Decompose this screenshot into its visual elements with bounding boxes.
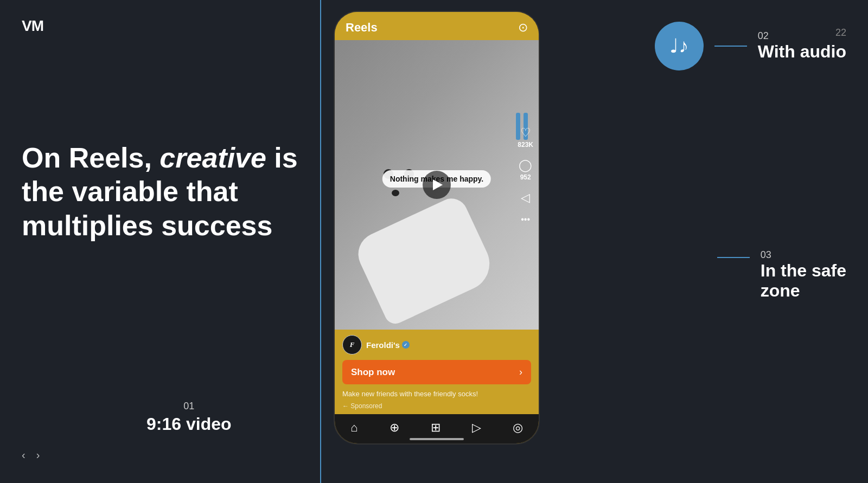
phone-mockup: Reels ⊙ (334, 11, 551, 455)
send-icon: ◁ (521, 191, 530, 205)
annotation-03-number: 03 (761, 249, 846, 261)
reels-header: Reels ⊙ (335, 12, 539, 40)
annotation-03-label: In the safe zone (761, 261, 846, 301)
yellow-bottom: F Feroldi's ✓ Shop now › Make new friend… (335, 330, 539, 414)
author-avatar: F (342, 335, 362, 355)
next-arrow[interactable]: › (36, 449, 40, 461)
comment-button[interactable]: ◯ 952 (519, 158, 532, 181)
prev-arrow[interactable]: ‹ (22, 449, 25, 461)
home-nav-icon[interactable]: ⌂ (350, 421, 358, 435)
play-button[interactable] (423, 171, 451, 199)
shop-now-button[interactable]: Shop now › (342, 360, 531, 384)
like-button[interactable]: ♡ 823K (518, 126, 533, 149)
nav-arrows: ‹ › (22, 449, 40, 461)
main-heading: On Reels, creative is the variable that … (22, 141, 315, 242)
annotation-01-label: 9:16 video (146, 414, 232, 434)
annotation-02-label: With audio (758, 42, 846, 62)
annotation-03-text: 03 In the safe zone (761, 249, 846, 301)
audio-icon-circle: ♩♪ (655, 22, 704, 70)
shop-now-text: Shop now (351, 367, 395, 378)
author-name: Feroldi's ✓ (366, 340, 410, 350)
right-icons: ♡ 823K ◯ 952 ◁ ••• (518, 126, 533, 224)
share-button[interactable]: ◁ (521, 191, 530, 205)
play-icon (433, 179, 443, 190)
connector-line-02 (714, 46, 747, 47)
play-overlay[interactable] (423, 171, 451, 199)
annotation-01: 01 9:16 video (146, 401, 232, 434)
annotation-03: 03 In the safe zone (717, 249, 846, 301)
author-row: F Feroldi's ✓ (335, 330, 539, 358)
heart-icon: ♡ (520, 126, 531, 140)
search-nav-icon[interactable]: ⊕ (390, 421, 399, 435)
profile-nav-icon[interactable]: ◎ (513, 421, 523, 435)
annotation-02-text: 02 With audio (758, 30, 846, 62)
camera-icon: ⊙ (518, 21, 528, 35)
reels-title: Reels (346, 21, 378, 35)
logo: VM (22, 17, 43, 35)
annotation-02-number: 02 (758, 30, 846, 42)
phone-screen: Reels ⊙ (335, 12, 539, 443)
annotation-01-number: 01 (146, 401, 232, 412)
add-nav-icon[interactable]: ⊞ (431, 421, 441, 435)
phone-frame: Reels ⊙ (334, 11, 540, 445)
music-icon: ♩♪ (669, 35, 688, 57)
like-count: 823K (518, 141, 533, 149)
ad-description: Make new friends with these friendly soc… (335, 387, 539, 400)
sponsored-label: ← Sponsored (335, 400, 539, 414)
shop-now-arrow-icon: › (519, 366, 522, 378)
home-indicator (410, 438, 464, 440)
comment-icon: ◯ (519, 158, 532, 172)
more-icon: ••• (521, 215, 530, 224)
connector-line-03 (717, 257, 750, 258)
video-area[interactable]: Nothing makes me happy. ♡ 823K ◯ 952 ◁ (335, 40, 539, 330)
vertical-divider (320, 0, 321, 483)
verified-badge: ✓ (402, 341, 410, 349)
comment-count: 952 (520, 173, 531, 181)
reels-nav-icon[interactable]: ▷ (472, 421, 481, 435)
more-button[interactable]: ••• (521, 215, 530, 224)
annotation-02: ♩♪ 02 With audio (655, 22, 846, 70)
